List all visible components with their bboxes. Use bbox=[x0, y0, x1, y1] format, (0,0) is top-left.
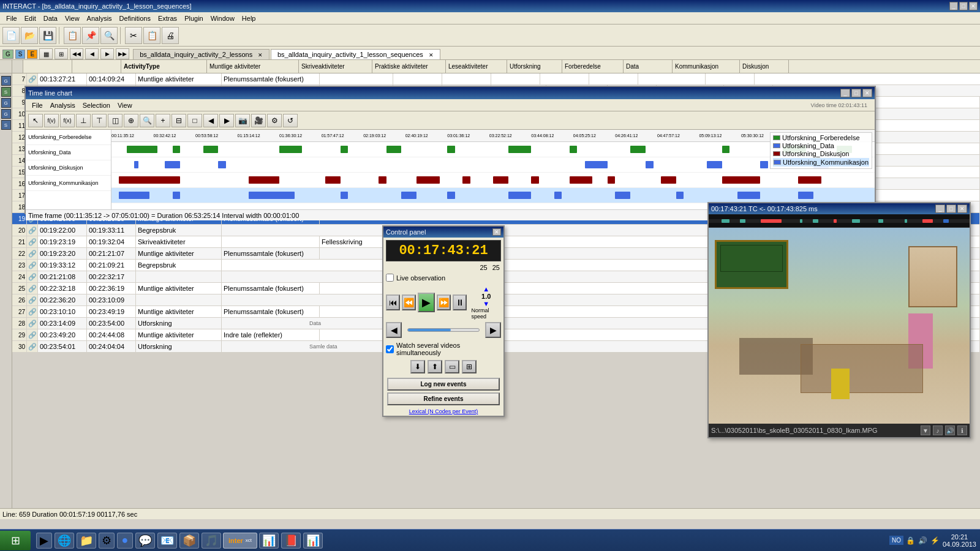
col-header-data[interactable]: Data bbox=[624, 60, 673, 73]
toolbar-print[interactable]: 🖨 bbox=[162, 27, 179, 44]
btn-e[interactable]: E bbox=[27, 50, 37, 59]
tab-sequences[interactable]: bs_alldata_inquiry_activity_1_lesson_seq… bbox=[271, 49, 440, 59]
taskbar-settings[interactable]: ⚙ bbox=[99, 533, 115, 549]
toolbar-search[interactable]: 🔍 bbox=[100, 27, 118, 44]
col-header-end[interactable] bbox=[72, 60, 121, 73]
btn-nav1[interactable]: ◀◀ bbox=[70, 48, 83, 59]
taskbar-pdf[interactable]: 📕 bbox=[281, 533, 301, 549]
tl-btn-cursor[interactable]: ↖ bbox=[28, 114, 43, 127]
btn-grid[interactable]: ▦ bbox=[39, 48, 53, 59]
menu-extras[interactable]: Extras bbox=[154, 13, 181, 23]
close-btn[interactable]: ✕ bbox=[969, 2, 978, 10]
cp-close-btn[interactable]: ✕ bbox=[492, 228, 501, 236]
toolbar-copy[interactable]: 📋 bbox=[64, 27, 81, 44]
sidebar-icon-5[interactable]: S bbox=[1, 120, 11, 130]
taskbar-music[interactable]: 🎵 bbox=[202, 533, 221, 549]
tab-close-1[interactable]: ✕ bbox=[258, 52, 263, 58]
cp-icon-btn-3[interactable]: ▭ bbox=[445, 360, 459, 373]
cp-btn-step-back[interactable]: ◀ bbox=[386, 322, 402, 338]
col-header-kommunikasjon[interactable]: Kommunikasjon bbox=[673, 60, 740, 73]
taskbar-stats[interactable]: 📊 bbox=[259, 533, 279, 549]
timeline-menu-view[interactable]: View bbox=[114, 100, 136, 110]
taskbar-skype[interactable]: 💬 bbox=[135, 533, 155, 549]
cp-watch-checkbox[interactable] bbox=[386, 345, 394, 353]
vp-vol-icon[interactable]: 🔊 bbox=[945, 425, 955, 435]
sidebar-icon-2[interactable]: S bbox=[1, 87, 11, 97]
cp-progress-bar[interactable] bbox=[407, 328, 480, 332]
vp-music-icon[interactable]: ♪ bbox=[933, 425, 943, 435]
menu-view[interactable]: View bbox=[61, 13, 83, 23]
tl-btn-screenshot[interactable]: 📷 bbox=[235, 114, 250, 127]
menu-plugin[interactable]: Plugin bbox=[181, 13, 207, 23]
cp-btn-fast-forward[interactable]: ⏩ bbox=[437, 294, 451, 310]
timeline-menu-selection[interactable]: Selection bbox=[79, 100, 114, 110]
menu-window[interactable]: Window bbox=[207, 13, 238, 23]
col-header-skriv[interactable]: Skriveaktiviteter bbox=[299, 60, 372, 73]
menu-help[interactable]: Help bbox=[238, 13, 260, 23]
toolbar-cut[interactable]: ✂ bbox=[125, 27, 142, 44]
cp-btn-step-fwd[interactable]: ▶ bbox=[485, 322, 501, 338]
start-button[interactable]: ⊞ bbox=[0, 531, 31, 550]
menu-analysis[interactable]: Analysis bbox=[83, 13, 116, 23]
tl-btn-zoom[interactable]: 🔍 bbox=[140, 114, 154, 127]
video-close[interactable]: ✕ bbox=[957, 204, 967, 213]
cp-icon-btn-4[interactable]: ⊞ bbox=[462, 360, 477, 373]
taskbar-interact[interactable]: inter xct bbox=[223, 533, 257, 549]
sidebar-icon-3[interactable]: G bbox=[1, 98, 11, 108]
tl-btn-settings[interactable]: ⚙ bbox=[267, 114, 282, 127]
tl-btn-video[interactable]: 🎥 bbox=[251, 114, 266, 127]
toolbar-new[interactable]: 📄 bbox=[2, 27, 20, 44]
tl-btn-next[interactable]: ▶ bbox=[219, 114, 234, 127]
cp-btn-pause[interactable]: ⏸ bbox=[453, 294, 467, 310]
col-header-activity[interactable]: ActivityType bbox=[121, 60, 207, 73]
tl-btn-prev[interactable]: ◀ bbox=[203, 114, 218, 127]
toolbar-clipboard[interactable]: 📋 bbox=[143, 27, 160, 44]
cp-btn-play[interactable]: ▶ bbox=[418, 293, 435, 312]
sidebar-icon-4[interactable]: G bbox=[1, 109, 11, 119]
btn-nav3[interactable]: ▶ bbox=[100, 48, 114, 59]
maximize-btn[interactable]: □ bbox=[959, 2, 968, 10]
taskbar-ppt[interactable]: 📊 bbox=[303, 533, 323, 549]
btn-nav4[interactable]: ▶▶ bbox=[116, 48, 129, 59]
timeline-maximize[interactable]: □ bbox=[851, 89, 861, 97]
table-row[interactable]: 7 🔗 00:13:27:21 00:14:09:24 Muntlige akt… bbox=[12, 73, 980, 85]
video-maximize[interactable]: □ bbox=[946, 204, 956, 213]
video-minimize[interactable]: _ bbox=[935, 204, 945, 213]
tl-btn-func2[interactable]: f(x) bbox=[60, 114, 75, 127]
timeline-minimize[interactable]: _ bbox=[840, 89, 850, 97]
menu-edit[interactable]: Edit bbox=[21, 13, 40, 23]
tl-label-2[interactable]: Utforskning_Data bbox=[26, 145, 111, 160]
cp-btn-rewind[interactable]: ⏪ bbox=[402, 294, 416, 310]
cp-live-checkbox[interactable] bbox=[386, 274, 394, 282]
tl-label-4[interactable]: Utforskning_Kommunikasjon bbox=[26, 176, 111, 191]
col-header-lese[interactable]: Leseaktiviteter bbox=[446, 60, 507, 73]
cp-lexical-link[interactable]: Lexical (N Codes per Event) bbox=[383, 407, 503, 416]
vp-dropdown-icon[interactable]: ▼ bbox=[921, 425, 930, 435]
cp-btn-rewind-fast[interactable]: ⏮ bbox=[386, 294, 400, 310]
toolbar-paste[interactable]: 📌 bbox=[82, 27, 99, 44]
taskbar-pkg[interactable]: 📦 bbox=[179, 533, 199, 549]
col-header-diskusjon[interactable]: Diskusjon bbox=[740, 60, 789, 73]
taskbar-browser[interactable]: 🌐 bbox=[55, 533, 74, 549]
cp-icon-btn-2[interactable]: ⬆ bbox=[428, 360, 442, 373]
tl-btn-refresh[interactable]: ↺ bbox=[283, 114, 298, 127]
tl-btn-zoomout[interactable]: ⊟ bbox=[172, 114, 186, 127]
minimize-btn[interactable]: _ bbox=[949, 2, 958, 10]
tl-btn-filter3[interactable]: ◫ bbox=[108, 114, 123, 127]
timeline-menu-analysis[interactable]: Analysis bbox=[47, 100, 79, 110]
taskbar-explorer[interactable]: 📁 bbox=[77, 533, 96, 549]
toolbar-open[interactable]: 📂 bbox=[21, 27, 38, 44]
menu-file[interactable]: File bbox=[2, 13, 21, 23]
timeline-menu-file[interactable]: File bbox=[28, 100, 47, 110]
tray-volume[interactable]: 🔊 bbox=[918, 536, 928, 545]
col-header-muntlige[interactable]: Muntlige aktiviteter bbox=[207, 60, 299, 73]
btn-s[interactable]: S bbox=[15, 50, 26, 59]
cp-speed-down[interactable]: ▼ bbox=[483, 300, 489, 307]
btn-var[interactable]: ⊞ bbox=[55, 48, 68, 59]
cp-speed-up[interactable]: ▲ bbox=[483, 285, 489, 293]
taskbar-media[interactable]: ▶ bbox=[36, 533, 52, 549]
tl-btn-filter1[interactable]: ⊥ bbox=[76, 114, 91, 127]
col-header-utforskning[interactable]: Utforskning bbox=[507, 60, 562, 73]
col-header-forberedelse[interactable]: Forberedelse bbox=[562, 60, 624, 73]
cp-icon-btn-1[interactable]: ⬇ bbox=[410, 360, 425, 373]
